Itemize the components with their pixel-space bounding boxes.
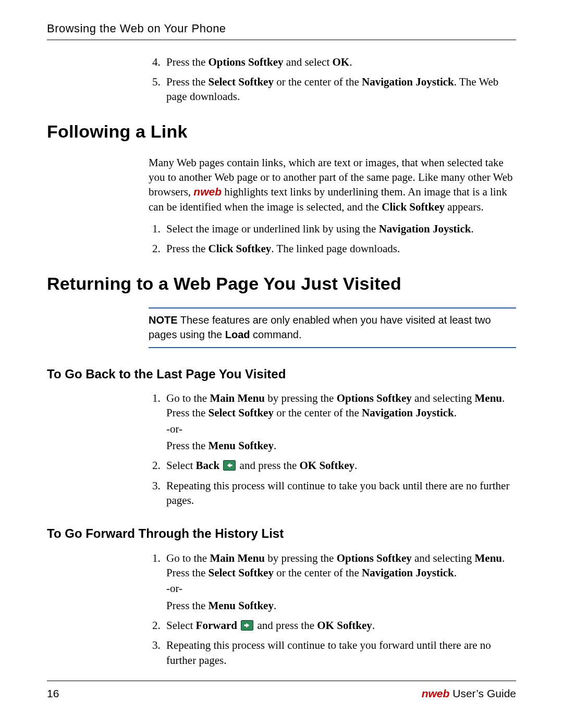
bold-text: Select Softkey <box>209 566 274 579</box>
or-divider: -or- <box>166 581 516 596</box>
back-arrow-icon <box>223 460 236 471</box>
sub2-step-1: Go to the Main Menu by pressing the Opti… <box>163 551 516 613</box>
bold-text: Select Softkey <box>209 76 274 88</box>
sub2-step-3: Repeating this process will continue to … <box>163 638 516 668</box>
sub2-body: Go to the Main Menu by pressing the Opti… <box>149 551 516 668</box>
bold-text: Load <box>225 329 250 340</box>
sub2-steps: Go to the Main Menu by pressing the Opti… <box>149 551 516 668</box>
text: Press the <box>166 242 209 255</box>
sub1-step-1: Go to the Main Menu by pressing the Opti… <box>163 391 516 453</box>
text: . <box>471 223 473 235</box>
text: by pressing the <box>265 552 337 564</box>
bold-text: Main Menu <box>210 392 265 404</box>
text: Select <box>166 619 196 632</box>
text: Press the <box>166 76 209 88</box>
subsection-go-forward: To Go Forward Through the History List <box>47 525 516 542</box>
text: . The linked page downloads. <box>271 242 400 255</box>
brand-nweb: nweb <box>193 186 222 198</box>
text: or the center of the <box>274 566 362 579</box>
bold-text: Navigation Joystick <box>362 566 454 579</box>
intro-steps-block: Press the Options Softkey and select OK.… <box>149 55 516 104</box>
note-text: These features are only enabled when you… <box>149 314 491 340</box>
brand-nweb: nweb <box>422 687 450 699</box>
bold-text: Click Softkey <box>382 201 445 213</box>
footer-title: nweb User’s Guide <box>422 686 516 701</box>
note-box: NOTE These features are only enabled whe… <box>149 307 516 348</box>
text: and selecting <box>412 392 475 404</box>
section1-paragraph: Many Web pages contain links, which are … <box>149 155 516 214</box>
bold-text: Forward <box>196 619 237 632</box>
section1-step-2: Press the Click Softkey. The linked page… <box>163 241 516 256</box>
text: and select <box>284 56 333 68</box>
text: Go to the <box>166 392 210 404</box>
sub1-step-2: Select Back and press the OK Softkey. <box>163 458 516 473</box>
note-wrap: NOTE These features are only enabled whe… <box>149 307 516 348</box>
text: . <box>454 566 457 579</box>
text: by pressing the <box>265 392 337 404</box>
footer-guide-text: User’s Guide <box>449 687 516 699</box>
intro-step-4: Press the Options Softkey and select OK. <box>163 55 516 69</box>
or-divider: -or- <box>166 422 516 436</box>
text: . <box>274 439 276 452</box>
bold-text: Options Softkey <box>209 56 284 68</box>
text: appears. <box>445 201 484 213</box>
bold-text: Main Menu <box>210 552 265 564</box>
sub2-step-2: Select Forward and press the OK Softkey. <box>163 618 516 633</box>
text: . <box>349 56 352 68</box>
text: . <box>354 459 357 472</box>
forward-arrow-icon <box>241 620 253 631</box>
text: and press the <box>240 459 300 472</box>
page-number: 16 <box>47 686 59 701</box>
page-content: Browsing the Web on Your Phone Press the… <box>47 21 516 707</box>
sub1-steps: Go to the Main Menu by pressing the Opti… <box>149 391 516 508</box>
bold-text: Navigation Joystick <box>362 406 454 419</box>
bold-text: Navigation Joystick <box>362 76 454 88</box>
note-text: command. <box>250 329 302 340</box>
bold-text: OK Softkey <box>299 459 354 472</box>
text: and selecting <box>412 552 475 564</box>
bold-text: Menu Softkey <box>209 439 274 452</box>
text: and press the <box>257 619 317 632</box>
section-heading-following-link: Following a Link <box>47 120 516 144</box>
bold-text: Menu <box>474 552 502 564</box>
bold-text: Menu Softkey <box>209 599 274 612</box>
section1-step-1: Select the image or underlined link by u… <box>163 221 516 236</box>
bold-text: Navigation Joystick <box>379 223 471 235</box>
bold-text: Back <box>196 459 220 472</box>
text: Go to the <box>166 552 210 564</box>
text: Select <box>166 459 196 472</box>
bold-text: Click Softkey <box>209 242 272 255</box>
intro-step-5: Press the Select Softkey or the center o… <box>163 75 516 104</box>
text: . <box>454 406 457 419</box>
text: . <box>274 599 276 612</box>
bold-text: Options Softkey <box>337 392 412 404</box>
note-label: NOTE <box>149 314 178 326</box>
text: Press the <box>166 439 209 452</box>
sub1-body: Go to the Main Menu by pressing the Opti… <box>149 391 516 508</box>
section1-body: Many Web pages contain links, which are … <box>149 155 516 256</box>
page-footer: 16 nweb User’s Guide <box>47 681 516 701</box>
text: . <box>372 619 375 632</box>
subsection-go-back: To Go Back to the Last Page You Visited <box>47 366 516 382</box>
running-head: Browsing the Web on Your Phone <box>47 21 516 40</box>
bold-text: OK Softkey <box>317 619 372 632</box>
bold-text: OK <box>332 56 349 68</box>
text: Press the <box>166 56 209 68</box>
text: Select the image or underlined link by u… <box>166 223 379 235</box>
text: or the center of the <box>274 406 362 419</box>
intro-steps-list: Press the Options Softkey and select OK.… <box>149 55 516 104</box>
text: or the center of the <box>274 76 362 88</box>
section1-steps: Select the image or underlined link by u… <box>149 221 516 256</box>
bold-text: Menu <box>474 392 502 404</box>
bold-text: Options Softkey <box>337 552 412 564</box>
sub1-step-3: Repeating this process will continue to … <box>163 478 516 508</box>
bold-text: Select Softkey <box>209 406 274 419</box>
section-heading-returning: Returning to a Web Page You Just Visited <box>47 272 516 296</box>
text: Press the <box>166 599 209 612</box>
